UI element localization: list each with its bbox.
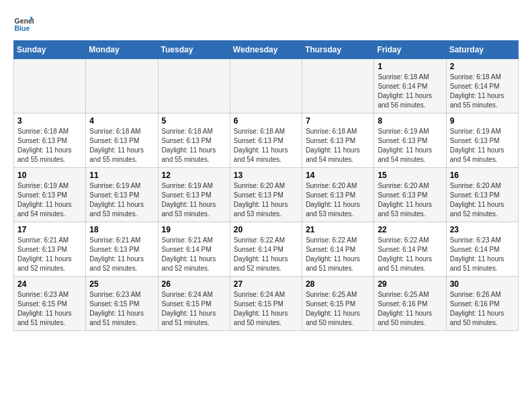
calendar-cell: 14Sunrise: 6:20 AM Sunset: 6:13 PM Dayli…: [302, 168, 374, 222]
day-info: Sunrise: 6:23 AM Sunset: 6:15 PM Dayligh…: [17, 290, 82, 328]
calendar-week-3: 10Sunrise: 6:19 AM Sunset: 6:13 PM Dayli…: [14, 168, 519, 222]
day-number: 25: [89, 279, 154, 289]
day-info: Sunrise: 6:23 AM Sunset: 6:15 PM Dayligh…: [89, 290, 154, 328]
day-info: Sunrise: 6:26 AM Sunset: 6:16 PM Dayligh…: [450, 290, 515, 328]
day-info: Sunrise: 6:19 AM Sunset: 6:13 PM Dayligh…: [17, 181, 82, 219]
day-number: 18: [89, 225, 154, 234]
day-number: 3: [17, 116, 82, 126]
calendar-cell: 13Sunrise: 6:20 AM Sunset: 6:13 PM Dayli…: [230, 168, 302, 222]
day-number: 10: [17, 171, 82, 180]
day-number: 29: [378, 279, 442, 289]
calendar-cell: 16Sunrise: 6:20 AM Sunset: 6:13 PM Dayli…: [446, 168, 518, 222]
day-info: Sunrise: 6:22 AM Sunset: 6:14 PM Dayligh…: [234, 236, 298, 273]
day-number: 14: [306, 171, 370, 180]
calendar-week-2: 3Sunrise: 6:18 AM Sunset: 6:13 PM Daylig…: [14, 113, 519, 168]
day-number: 24: [17, 279, 82, 289]
weekday-header-tuesday: Tuesday: [158, 41, 230, 59]
day-number: 19: [162, 225, 226, 234]
calendar-cell: [230, 59, 302, 113]
day-number: 13: [234, 171, 298, 180]
weekday-header-wednesday: Wednesday: [230, 41, 302, 59]
day-number: 7: [306, 116, 370, 126]
day-info: Sunrise: 6:18 AM Sunset: 6:14 PM Dayligh…: [378, 73, 442, 110]
calendar-cell: [302, 59, 374, 113]
day-number: 2: [450, 62, 515, 71]
weekday-header-friday: Friday: [374, 41, 446, 59]
calendar-cell: 10Sunrise: 6:19 AM Sunset: 6:13 PM Dayli…: [14, 168, 86, 222]
day-info: Sunrise: 6:19 AM Sunset: 6:13 PM Dayligh…: [378, 127, 442, 165]
calendar-week-4: 17Sunrise: 6:21 AM Sunset: 6:13 PM Dayli…: [14, 222, 519, 277]
day-info: Sunrise: 6:19 AM Sunset: 6:13 PM Dayligh…: [89, 181, 154, 219]
calendar-cell: 9Sunrise: 6:19 AM Sunset: 6:13 PM Daylig…: [446, 113, 518, 168]
calendar-cell: 12Sunrise: 6:19 AM Sunset: 6:13 PM Dayli…: [158, 168, 230, 222]
day-number: 5: [162, 116, 226, 126]
calendar-cell: 29Sunrise: 6:25 AM Sunset: 6:16 PM Dayli…: [374, 277, 446, 331]
day-info: Sunrise: 6:20 AM Sunset: 6:13 PM Dayligh…: [306, 181, 370, 219]
calendar-cell: [158, 59, 230, 113]
day-info: Sunrise: 6:25 AM Sunset: 6:16 PM Dayligh…: [378, 290, 442, 328]
day-info: Sunrise: 6:19 AM Sunset: 6:13 PM Dayligh…: [450, 127, 515, 165]
day-number: 27: [234, 279, 298, 289]
day-number: 12: [162, 171, 226, 180]
day-info: Sunrise: 6:20 AM Sunset: 6:13 PM Dayligh…: [450, 181, 515, 219]
calendar-cell: 23Sunrise: 6:23 AM Sunset: 6:14 PM Dayli…: [446, 222, 518, 277]
day-info: Sunrise: 6:23 AM Sunset: 6:14 PM Dayligh…: [450, 236, 515, 273]
calendar-cell: 11Sunrise: 6:19 AM Sunset: 6:13 PM Dayli…: [86, 168, 158, 222]
logo: General Blue: [13, 13, 34, 34]
calendar-cell: 15Sunrise: 6:20 AM Sunset: 6:13 PM Dayli…: [374, 168, 446, 222]
day-info: Sunrise: 6:22 AM Sunset: 6:14 PM Dayligh…: [306, 236, 370, 273]
day-number: 11: [89, 171, 154, 180]
day-number: 20: [234, 225, 298, 234]
calendar-cell: 22Sunrise: 6:22 AM Sunset: 6:14 PM Dayli…: [374, 222, 446, 277]
calendar-cell: 18Sunrise: 6:21 AM Sunset: 6:13 PM Dayli…: [86, 222, 158, 277]
day-info: Sunrise: 6:19 AM Sunset: 6:13 PM Dayligh…: [162, 181, 226, 219]
calendar-cell: 2Sunrise: 6:18 AM Sunset: 6:14 PM Daylig…: [446, 59, 518, 113]
calendar-cell: 27Sunrise: 6:24 AM Sunset: 6:15 PM Dayli…: [230, 277, 302, 331]
day-number: 8: [378, 116, 442, 126]
day-number: 28: [306, 279, 370, 289]
weekday-header-monday: Monday: [86, 41, 158, 59]
day-info: Sunrise: 6:21 AM Sunset: 6:13 PM Dayligh…: [89, 236, 154, 273]
calendar-cell: 8Sunrise: 6:19 AM Sunset: 6:13 PM Daylig…: [374, 113, 446, 168]
day-info: Sunrise: 6:18 AM Sunset: 6:13 PM Dayligh…: [162, 127, 226, 165]
day-number: 9: [450, 116, 515, 126]
weekday-header-saturday: Saturday: [446, 41, 518, 59]
calendar-cell: 28Sunrise: 6:25 AM Sunset: 6:15 PM Dayli…: [302, 277, 374, 331]
day-info: Sunrise: 6:22 AM Sunset: 6:14 PM Dayligh…: [378, 236, 442, 273]
day-info: Sunrise: 6:20 AM Sunset: 6:13 PM Dayligh…: [378, 181, 442, 219]
day-info: Sunrise: 6:24 AM Sunset: 6:15 PM Dayligh…: [162, 290, 226, 328]
day-number: 6: [234, 116, 298, 126]
day-info: Sunrise: 6:18 AM Sunset: 6:14 PM Dayligh…: [450, 73, 515, 110]
calendar-cell: 24Sunrise: 6:23 AM Sunset: 6:15 PM Dayli…: [14, 277, 86, 331]
calendar-cell: 30Sunrise: 6:26 AM Sunset: 6:16 PM Dayli…: [446, 277, 518, 331]
weekday-header-sunday: Sunday: [14, 41, 86, 59]
day-info: Sunrise: 6:21 AM Sunset: 6:13 PM Dayligh…: [17, 236, 82, 273]
day-number: 26: [162, 279, 226, 289]
calendar-cell: 6Sunrise: 6:18 AM Sunset: 6:13 PM Daylig…: [230, 113, 302, 168]
calendar-table: SundayMondayTuesdayWednesdayThursdayFrid…: [13, 40, 519, 331]
calendar-cell: 19Sunrise: 6:21 AM Sunset: 6:14 PM Dayli…: [158, 222, 230, 277]
calendar-header-row: SundayMondayTuesdayWednesdayThursdayFrid…: [14, 41, 519, 59]
calendar-cell: 17Sunrise: 6:21 AM Sunset: 6:13 PM Dayli…: [14, 222, 86, 277]
day-number: 21: [306, 225, 370, 234]
day-number: 15: [378, 171, 442, 180]
calendar-cell: 20Sunrise: 6:22 AM Sunset: 6:14 PM Dayli…: [230, 222, 302, 277]
calendar-cell: 1Sunrise: 6:18 AM Sunset: 6:14 PM Daylig…: [374, 59, 446, 113]
day-number: 17: [17, 225, 82, 234]
calendar-cell: 25Sunrise: 6:23 AM Sunset: 6:15 PM Dayli…: [86, 277, 158, 331]
day-info: Sunrise: 6:20 AM Sunset: 6:13 PM Dayligh…: [234, 181, 298, 219]
calendar-cell: 5Sunrise: 6:18 AM Sunset: 6:13 PM Daylig…: [158, 113, 230, 168]
day-number: 1: [378, 62, 442, 71]
day-info: Sunrise: 6:25 AM Sunset: 6:15 PM Dayligh…: [306, 290, 370, 328]
day-info: Sunrise: 6:21 AM Sunset: 6:14 PM Dayligh…: [162, 236, 226, 273]
day-info: Sunrise: 6:24 AM Sunset: 6:15 PM Dayligh…: [234, 290, 298, 328]
day-info: Sunrise: 6:18 AM Sunset: 6:13 PM Dayligh…: [89, 127, 154, 165]
day-info: Sunrise: 6:18 AM Sunset: 6:13 PM Dayligh…: [306, 127, 370, 165]
svg-text:Blue: Blue: [15, 24, 30, 32]
calendar-week-5: 24Sunrise: 6:23 AM Sunset: 6:15 PM Dayli…: [14, 277, 519, 331]
calendar-cell: [14, 59, 86, 113]
calendar-week-1: 1Sunrise: 6:18 AM Sunset: 6:14 PM Daylig…: [14, 59, 519, 113]
logo-icon: General Blue: [13, 13, 34, 34]
day-info: Sunrise: 6:18 AM Sunset: 6:13 PM Dayligh…: [234, 127, 298, 165]
calendar-cell: 7Sunrise: 6:18 AM Sunset: 6:13 PM Daylig…: [302, 113, 374, 168]
